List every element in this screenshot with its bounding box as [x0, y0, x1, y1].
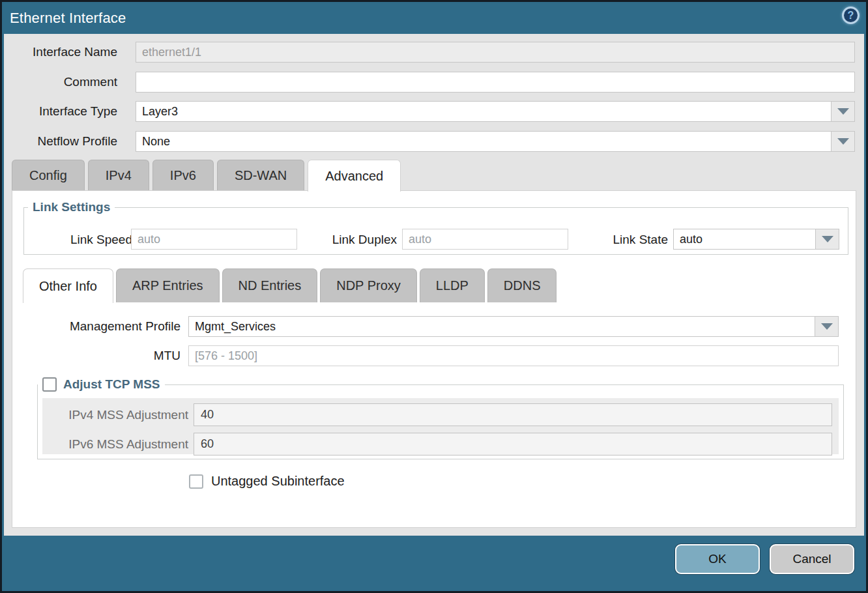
- dialog-footer: OK Cancel: [2, 536, 866, 591]
- link-settings-fieldset: Link Settings Link Speed Link Duplex Lin…: [23, 200, 848, 255]
- adjust-tcp-mss-fieldset: Adjust TCP MSS IPv4 MSS Adjustment IPv6 …: [37, 377, 844, 459]
- chevron-down-icon: [837, 108, 849, 115]
- adjust-tcp-mss-label: Adjust TCP MSS: [63, 377, 160, 392]
- netflow-profile-row: Netflow Profile None: [4, 131, 855, 152]
- link-state-value: auto: [680, 229, 813, 249]
- interface-name-label: Interface Name: [33, 42, 117, 63]
- netflow-profile-select[interactable]: None: [136, 131, 855, 152]
- comment-label: Comment: [64, 72, 117, 93]
- interface-type-value: Layer3: [142, 102, 828, 121]
- mtu-input[interactable]: [188, 345, 839, 366]
- subtab-lldp[interactable]: LLDP: [420, 268, 485, 302]
- interface-type-row: Interface Type Layer3: [4, 101, 855, 122]
- link-state-select[interactable]: auto: [673, 229, 839, 250]
- adjust-tcp-mss-legend: Adjust TCP MSS: [38, 377, 165, 392]
- chevron-down-icon: [822, 236, 833, 242]
- link-speed-input[interactable]: [131, 229, 297, 250]
- netflow-profile-value: None: [142, 132, 828, 151]
- link-duplex-label: Link Duplex: [328, 229, 397, 251]
- chevron-down-icon: [837, 138, 849, 145]
- untagged-subinterface-row: Untagged Subinterface: [189, 474, 345, 489]
- mtu-row: MTU: [12, 345, 839, 366]
- link-duplex-input[interactable]: [402, 229, 568, 250]
- management-profile-select[interactable]: Mgmt_Services: [188, 316, 839, 337]
- ipv6-mss-input: [194, 433, 832, 456]
- mtu-label: MTU: [12, 345, 181, 366]
- ethernet-interface-dialog: Ethernet Interface ? Interface Name Comm…: [2, 2, 866, 591]
- subtab-ddns[interactable]: DDNS: [487, 268, 557, 302]
- help-icon[interactable]: ?: [842, 7, 860, 24]
- link-state-dropdown-button[interactable]: [815, 229, 839, 249]
- untagged-subinterface-checkbox[interactable]: [189, 474, 203, 489]
- ipv6-mss-label: IPv6 MSS Adjustment: [42, 433, 188, 456]
- comment-input[interactable]: [136, 72, 855, 93]
- interface-type-label: Interface Type: [39, 101, 117, 122]
- mss-disabled-area: IPv4 MSS Adjustment IPv6 MSS Adjustment: [42, 398, 839, 454]
- netflow-profile-dropdown-button[interactable]: [831, 132, 854, 151]
- subtab-other-info[interactable]: Other Info: [23, 268, 113, 303]
- comment-row: Comment: [4, 72, 855, 93]
- management-profile-label: Management Profile: [12, 316, 181, 337]
- dialog-title: Ethernet Interface: [2, 10, 126, 27]
- tab-sdwan[interactable]: SD-WAN: [217, 160, 304, 191]
- interface-type-dropdown-button[interactable]: [831, 102, 854, 121]
- subtab-nd-entries[interactable]: ND Entries: [222, 268, 318, 302]
- management-profile-value: Mgmt_Services: [195, 317, 812, 336]
- tab-config[interactable]: Config: [12, 160, 85, 191]
- untagged-subinterface-label: Untagged Subinterface: [211, 474, 345, 489]
- ipv4-mss-label: IPv4 MSS Adjustment: [42, 403, 188, 426]
- tab-advanced[interactable]: Advanced: [308, 160, 401, 192]
- subtab-ndp-proxy[interactable]: NDP Proxy: [320, 268, 417, 302]
- management-profile-dropdown-button[interactable]: [815, 317, 838, 336]
- sub-tab-strip: Other Info ARP Entries ND Entries NDP Pr…: [23, 268, 557, 303]
- link-settings-legend: Link Settings: [28, 200, 115, 214]
- cancel-button[interactable]: Cancel: [770, 544, 854, 574]
- dialog-body: Interface Name Comment Interface Type La…: [4, 34, 864, 536]
- dialog-titlebar: Ethernet Interface ?: [2, 2, 866, 34]
- management-profile-row: Management Profile Mgmt_Services: [12, 316, 839, 337]
- main-tab-strip: Config IPv4 IPv6 SD-WAN Advanced: [12, 160, 401, 191]
- link-state-label: Link State: [598, 229, 668, 251]
- tab-ipv6[interactable]: IPv6: [152, 160, 214, 191]
- subtab-arp-entries[interactable]: ARP Entries: [116, 268, 220, 302]
- ok-button[interactable]: OK: [675, 544, 760, 574]
- interface-name-row: Interface Name: [4, 42, 855, 63]
- tab-ipv4[interactable]: IPv4: [88, 160, 149, 191]
- link-speed-label: Link Speed: [61, 229, 132, 251]
- ipv4-mss-input: [194, 403, 832, 426]
- window-frame: Ethernet Interface ? Interface Name Comm…: [0, 0, 868, 593]
- chevron-down-icon: [821, 323, 833, 330]
- netflow-profile-label: Netflow Profile: [38, 131, 118, 152]
- interface-name-input: [136, 42, 855, 63]
- advanced-tab-panel: Link Settings Link Speed Link Duplex Lin…: [12, 190, 856, 528]
- adjust-tcp-mss-checkbox[interactable]: [42, 377, 57, 392]
- interface-type-select[interactable]: Layer3: [136, 101, 855, 122]
